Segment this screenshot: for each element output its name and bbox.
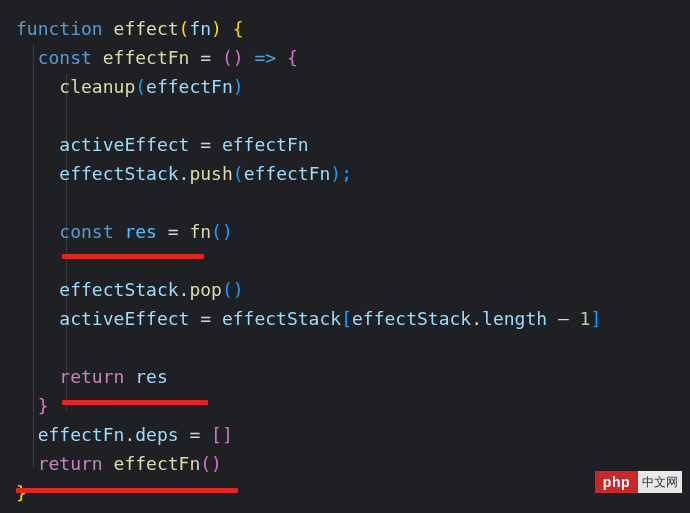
var-effectFn: effectFn xyxy=(38,424,125,445)
parens: () xyxy=(211,221,233,242)
bracket: ] xyxy=(590,308,601,329)
method-push: push xyxy=(189,163,232,184)
arg: effectFn xyxy=(146,76,233,97)
arg: effectFn xyxy=(244,163,331,184)
var-activeEffect: activeEffect xyxy=(59,134,189,155)
op-eq: = xyxy=(189,47,222,68)
empty-array: [] xyxy=(211,424,233,445)
var: effectFn xyxy=(222,134,309,155)
dot: . xyxy=(179,279,190,300)
keyword-return: return xyxy=(38,453,103,474)
underline-1 xyxy=(62,254,204,259)
var: effectStack xyxy=(222,308,341,329)
paren-semi: ); xyxy=(330,163,352,184)
op: = xyxy=(189,134,222,155)
dot: . xyxy=(124,424,135,445)
arrow: => xyxy=(244,47,287,68)
method-pop: pop xyxy=(189,279,222,300)
paren: ) xyxy=(233,76,244,97)
var-activeEffect: activeEffect xyxy=(59,308,189,329)
paren-brace: ) { xyxy=(211,18,244,39)
var-res: res xyxy=(124,221,157,242)
parens: () xyxy=(200,453,222,474)
keyword-const: const xyxy=(38,47,92,68)
prop-deps: deps xyxy=(135,424,178,445)
var-effectStack: effectStack xyxy=(59,279,178,300)
watermark-brand: php xyxy=(595,471,638,493)
code-block: function effect(fn) { const effectFn = (… xyxy=(16,14,674,507)
underline-3 xyxy=(16,488,238,493)
dot: . xyxy=(471,308,482,329)
parens: () xyxy=(222,279,244,300)
call-cleanup: cleanup xyxy=(59,76,135,97)
var: effectStack xyxy=(352,308,471,329)
brace: { xyxy=(287,47,298,68)
var-effectStack: effectStack xyxy=(59,163,178,184)
dot: . xyxy=(179,163,190,184)
watermark: php 中文网 xyxy=(595,471,682,493)
op-minus: – xyxy=(547,308,580,329)
brace: } xyxy=(38,395,49,416)
keyword-function: function xyxy=(16,18,103,39)
paren: ( xyxy=(233,163,244,184)
op: = xyxy=(157,221,190,242)
keyword-return: return xyxy=(59,366,124,387)
call-fn: fn xyxy=(189,221,211,242)
var-res: res xyxy=(135,366,168,387)
op: = xyxy=(179,424,212,445)
bracket: [ xyxy=(341,308,352,329)
call-effectFn: effectFn xyxy=(114,453,201,474)
var-effectFn: effectFn xyxy=(103,47,190,68)
prop-length: length xyxy=(482,308,547,329)
watermark-suffix: 中文网 xyxy=(638,471,682,493)
parens: () xyxy=(222,47,244,68)
param-fn: fn xyxy=(189,18,211,39)
number-1: 1 xyxy=(580,308,591,329)
keyword-const: const xyxy=(59,221,113,242)
op: = xyxy=(189,308,222,329)
paren: ( xyxy=(135,76,146,97)
fn-effect: effect xyxy=(114,18,179,39)
underline-2 xyxy=(62,400,208,405)
paren: ( xyxy=(179,18,190,39)
